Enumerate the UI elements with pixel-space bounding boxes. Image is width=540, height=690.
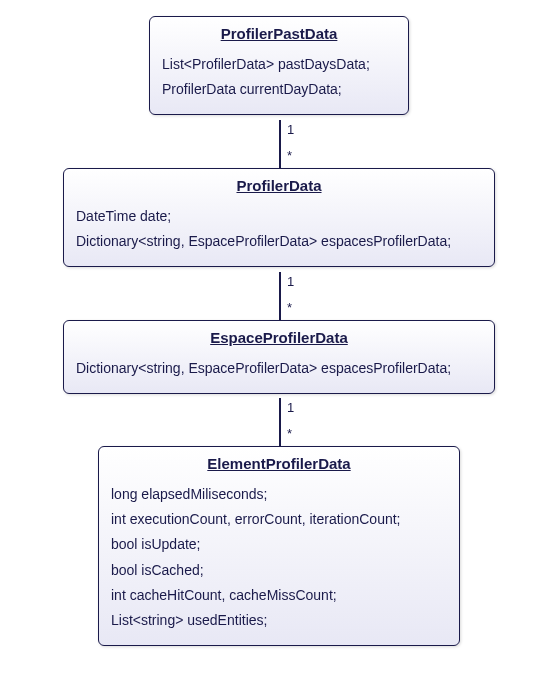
attr: int cacheHitCount, cacheMissCount; (111, 583, 447, 608)
attr: List<ProfilerData> pastDaysData; (162, 52, 396, 77)
class-body: long elapsedMiliseconds; int executionCo… (99, 478, 459, 645)
multiplicity-top: 1 (287, 400, 294, 415)
class-profiler-data: ProfilerData DateTime date; Dictionary<s… (63, 168, 495, 267)
class-espace-profiler-data: EspaceProfilerData Dictionary<string, Es… (63, 320, 495, 394)
class-title: ProfilerPastData (150, 17, 408, 48)
class-body: List<ProfilerData> pastDaysData; Profile… (150, 48, 408, 114)
attr: DateTime date; (76, 204, 482, 229)
class-body: DateTime date; Dictionary<string, Espace… (64, 200, 494, 266)
class-element-profiler-data: ElementProfilerData long elapsedMiliseco… (98, 446, 460, 646)
multiplicity-bot: * (287, 148, 292, 163)
class-profiler-past-data: ProfilerPastData List<ProfilerData> past… (149, 16, 409, 115)
attr: ProfilerData currentDayData; (162, 77, 396, 102)
uml-diagram: ProfilerPastData List<ProfilerData> past… (0, 0, 540, 690)
multiplicity-bot: * (287, 300, 292, 315)
class-title: EspaceProfilerData (64, 321, 494, 352)
attr: List<string> usedEntities; (111, 608, 447, 633)
multiplicity-bot: * (287, 426, 292, 441)
multiplicity-top: 1 (287, 122, 294, 137)
connector-1 (279, 120, 281, 168)
multiplicity-top: 1 (287, 274, 294, 289)
attr: bool isCached; (111, 558, 447, 583)
attr: int executionCount, errorCount, iteratio… (111, 507, 447, 532)
connector-2 (279, 272, 281, 320)
class-title: ProfilerData (64, 169, 494, 200)
attr: Dictionary<string, EspaceProfilerData> e… (76, 229, 482, 254)
class-title: ElementProfilerData (99, 447, 459, 478)
attr: long elapsedMiliseconds; (111, 482, 447, 507)
attr: bool isUpdate; (111, 532, 447, 557)
class-body: Dictionary<string, EspaceProfilerData> e… (64, 352, 494, 393)
connector-3 (279, 398, 281, 446)
attr: Dictionary<string, EspaceProfilerData> e… (76, 356, 482, 381)
